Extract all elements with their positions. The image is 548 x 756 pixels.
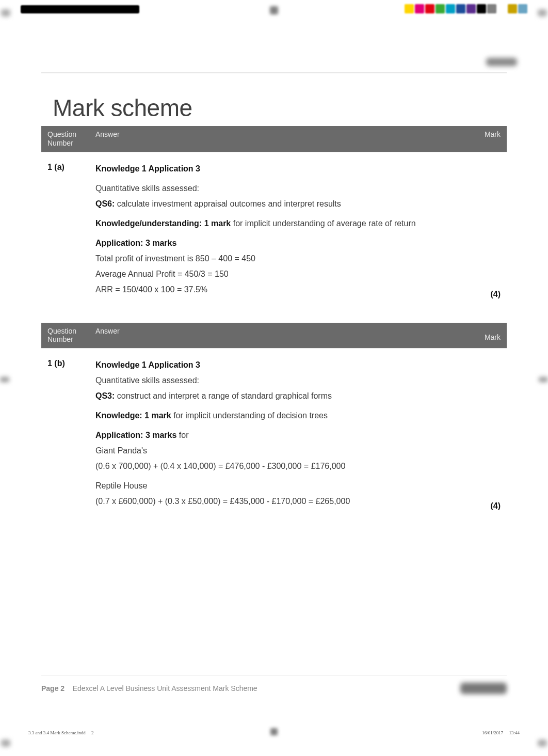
skills-label: Quantitative skills assessed: [95, 374, 465, 387]
answer-heading: Knowledge 1 Application 3 [95, 360, 200, 369]
color-swatch [415, 4, 424, 13]
col-header-question: Question Number [41, 126, 90, 152]
qs-text: construct and interpret a range of stand… [115, 391, 332, 400]
mark-cell: (4) [471, 152, 507, 311]
skills-label: Quantitative skills assessed: [95, 182, 465, 195]
print-time: 13:44 [509, 730, 520, 735]
question-number: 1 (a) [41, 152, 90, 311]
print-page: 2 [91, 730, 94, 735]
header-logo-blur [486, 58, 517, 66]
application-label: Application: 3 marks [95, 431, 176, 439]
crop-mark-icon [1, 739, 10, 747]
question-number: 1 (b) [41, 349, 90, 523]
crop-mark-icon [538, 739, 547, 747]
col-header-question: Question Number [41, 323, 90, 349]
knowledge-text: for implicit understanding of decision t… [171, 411, 328, 420]
qs-code: QS3: [95, 391, 115, 400]
answer-cell: Knowledge 1 Application 3 Quantitative s… [90, 152, 471, 311]
print-meta-left: 3.3 and 3.4 Mark Scheme.indd 2 [28, 730, 93, 735]
footer-doc-title: Edexcel A Level Business Unit Assessment… [73, 684, 257, 692]
color-swatch [405, 4, 414, 13]
calc-line: ARR = 150/400 x 100 = 37.5% [95, 284, 465, 296]
crop-mark-icon [1, 9, 10, 17]
side-tick-icon [0, 377, 9, 382]
header-divider [41, 72, 507, 73]
calc-line: (0.7 x £600,000) + (0.3 x £50,000) = £43… [95, 495, 465, 508]
color-swatch [497, 4, 507, 13]
col-header-answer: Answer [90, 126, 471, 152]
mark-table-1: Question Number Answer Mark 1 (a) Knowle… [41, 126, 507, 311]
table-header: Question Number Answer Mark [41, 323, 507, 349]
print-date: 16/01/2017 [482, 730, 503, 735]
registration-center-dot [270, 6, 278, 14]
calc-block-title: Giant Panda's [95, 445, 465, 457]
table-row: 1 (b) Knowledge 1 Application 3 Quantita… [41, 348, 507, 523]
qs-text: calculate investment appraisal outcomes … [115, 199, 341, 208]
registration-bottom-dot [270, 728, 278, 735]
print-metadata: 3.3 and 3.4 Mark Scheme.indd 2 16/01/201… [28, 730, 520, 735]
col-header-answer: Answer [90, 323, 471, 349]
knowledge-label: Knowledge/understanding: 1 mark [95, 219, 231, 228]
color-swatch [456, 4, 465, 13]
footer-page-label: Page 2 [41, 684, 65, 692]
calc-line: (0.6 x 700,000) + (0.4 x 140,000) = £476… [95, 460, 465, 472]
mark-value: (4) [471, 501, 501, 511]
application-suffix: for [176, 431, 188, 439]
application-label: Application: 3 marks [95, 239, 176, 247]
page-footer: Page 2 Edexcel A Level Business Unit Ass… [41, 675, 507, 694]
registration-color-bar [405, 4, 527, 13]
calc-line: Average Annual Profit = 450/3 = 150 [95, 268, 465, 280]
color-swatch [477, 4, 486, 13]
color-swatch [436, 4, 445, 13]
table-header: Question Number Answer Mark [41, 126, 507, 152]
print-meta-right: 16/01/2017 13:44 [482, 730, 520, 735]
crop-mark-icon [538, 9, 547, 17]
color-swatch [508, 4, 517, 13]
col-header-mark: Mark [471, 323, 507, 349]
mark-value: (4) [471, 290, 501, 299]
qs-code: QS6: [95, 199, 115, 208]
mark-table-2: Question Number Answer Mark 1 (b) Knowle… [41, 323, 507, 524]
mark-cell: (4) [471, 349, 507, 523]
knowledge-text: for implicit understanding of average ra… [231, 219, 415, 228]
calc-block-title: Reptile House [95, 480, 465, 492]
table-row: 1 (a) Knowledge 1 Application 3 Quantita… [41, 152, 507, 311]
col-header-mark: Mark [471, 126, 507, 152]
color-swatch [466, 4, 476, 13]
side-tick-icon [539, 377, 548, 382]
page-title: Mark scheme [53, 94, 507, 122]
color-swatch [518, 4, 527, 13]
print-registration-bar [0, 0, 548, 21]
registration-black-bar [21, 5, 139, 13]
footer-logo-blur [460, 683, 507, 694]
answer-cell: Knowledge 1 Application 3 Quantitative s… [90, 349, 471, 523]
color-swatch [487, 4, 496, 13]
answer-heading: Knowledge 1 Application 3 [95, 164, 200, 173]
print-file: 3.3 and 3.4 Mark Scheme.indd [28, 730, 86, 735]
calc-line: Total profit of investment is 850 – 400 … [95, 253, 465, 265]
footer-left: Page 2 Edexcel A Level Business Unit Ass… [41, 684, 257, 692]
color-swatch [425, 4, 434, 13]
knowledge-label: Knowledge: 1 mark [95, 411, 171, 420]
color-swatch [446, 4, 455, 13]
